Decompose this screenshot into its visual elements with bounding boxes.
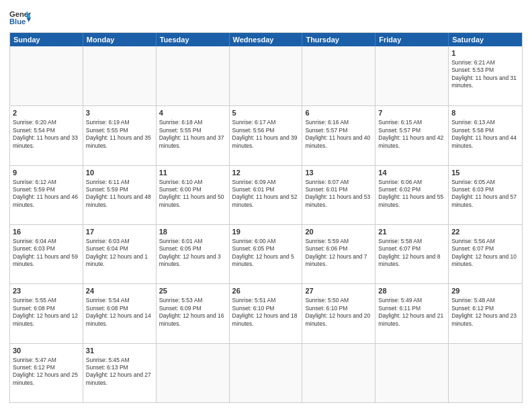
calendar-cell: 20Sunrise: 5:59 AM Sunset: 6:06 PM Dayli… [302,225,375,283]
calendar-cell: 28Sunrise: 5:49 AM Sunset: 6:11 PM Dayli… [375,284,449,342]
day-info: Sunrise: 5:56 AM Sunset: 6:07 PM Dayligh… [451,238,517,267]
calendar-cell: 3Sunrise: 6:19 AM Sunset: 5:55 PM Daylig… [83,106,157,165]
day-info: Sunrise: 5:55 AM Sunset: 6:08 PM Dayligh… [13,297,78,326]
calendar-cell [375,344,449,402]
calendar: SundayMondayTuesdayWednesdayThursdayFrid… [9,32,523,403]
calendar-cell [302,46,375,105]
calendar-cell: 25Sunrise: 5:53 AM Sunset: 6:09 PM Dayli… [157,284,230,342]
calendar-cell: 9Sunrise: 6:12 AM Sunset: 5:59 PM Daylig… [10,166,83,224]
page: General Blue SundayMondayTuesdayWednesda… [0,0,532,411]
day-number: 9 [13,168,80,178]
day-number: 22 [451,227,519,237]
day-number: 7 [378,108,445,118]
day-info: Sunrise: 6:15 AM Sunset: 5:57 PM Dayligh… [378,119,443,148]
day-number: 14 [378,168,445,178]
day-info: Sunrise: 6:05 AM Sunset: 6:03 PM Dayligh… [451,179,517,208]
day-number: 29 [451,286,519,296]
day-info: Sunrise: 6:18 AM Sunset: 5:55 PM Dayligh… [159,119,224,148]
calendar-cell: 31Sunrise: 5:45 AM Sunset: 6:13 PM Dayli… [83,344,157,402]
day-info: Sunrise: 5:59 AM Sunset: 6:06 PM Dayligh… [305,238,367,267]
day-number: 20 [305,227,372,237]
header-day-friday: Friday [375,33,449,46]
calendar-cell: 24Sunrise: 5:54 AM Sunset: 6:08 PM Dayli… [83,284,157,342]
calendar-cell: 12Sunrise: 6:09 AM Sunset: 6:01 PM Dayli… [230,166,303,224]
day-number: 21 [378,227,445,237]
calendar-cell: 27Sunrise: 5:50 AM Sunset: 6:10 PM Dayli… [302,284,375,342]
calendar-cell: 14Sunrise: 6:06 AM Sunset: 6:02 PM Dayli… [375,166,449,224]
logo: General Blue [9,8,31,27]
svg-marker-3 [27,17,31,21]
header-day-monday: Monday [83,33,157,46]
day-number: 25 [159,286,226,296]
calendar-row-5: 30Sunrise: 5:47 AM Sunset: 6:12 PM Dayli… [10,343,522,402]
day-number: 2 [13,108,80,118]
calendar-cell: 10Sunrise: 6:11 AM Sunset: 5:59 PM Dayli… [83,166,157,224]
calendar-cell: 18Sunrise: 6:01 AM Sunset: 6:05 PM Dayli… [157,225,230,283]
header: General Blue [9,8,523,27]
day-number: 23 [13,286,80,296]
calendar-cell: 21Sunrise: 5:58 AM Sunset: 6:07 PM Dayli… [375,225,449,283]
day-number: 6 [305,108,372,118]
calendar-cell [375,46,449,105]
day-number: 26 [232,286,300,296]
day-info: Sunrise: 5:49 AM Sunset: 6:11 PM Dayligh… [378,297,443,326]
calendar-cell: 29Sunrise: 5:48 AM Sunset: 6:12 PM Dayli… [449,284,522,342]
day-info: Sunrise: 6:19 AM Sunset: 5:55 PM Dayligh… [86,119,151,148]
calendar-cell [230,46,303,105]
calendar-cell: 6Sunrise: 6:16 AM Sunset: 5:57 PM Daylig… [302,106,375,165]
calendar-cell: 8Sunrise: 6:13 AM Sunset: 5:58 PM Daylig… [449,106,522,165]
day-number: 15 [451,168,519,178]
calendar-cell: 30Sunrise: 5:47 AM Sunset: 6:12 PM Dayli… [10,344,83,402]
day-info: Sunrise: 5:47 AM Sunset: 6:12 PM Dayligh… [13,357,78,386]
day-info: Sunrise: 6:10 AM Sunset: 6:00 PM Dayligh… [159,179,224,208]
day-info: Sunrise: 5:51 AM Sunset: 6:10 PM Dayligh… [232,297,298,326]
day-number: 16 [13,227,80,237]
calendar-row-2: 9Sunrise: 6:12 AM Sunset: 5:59 PM Daylig… [10,165,522,224]
calendar-cell [10,46,83,105]
calendar-row-3: 16Sunrise: 6:04 AM Sunset: 6:03 PM Dayli… [10,224,522,283]
day-info: Sunrise: 6:13 AM Sunset: 5:58 PM Dayligh… [451,119,517,148]
calendar-cell [302,344,375,402]
calendar-cell [230,344,303,402]
day-number: 30 [13,346,80,356]
calendar-header: SundayMondayTuesdayWednesdayThursdayFrid… [10,33,522,46]
header-day-sunday: Sunday [10,33,83,46]
day-info: Sunrise: 5:45 AM Sunset: 6:13 PM Dayligh… [86,357,151,386]
calendar-cell: 5Sunrise: 6:17 AM Sunset: 5:56 PM Daylig… [230,106,303,165]
calendar-cell: 19Sunrise: 6:00 AM Sunset: 6:05 PM Dayli… [230,225,303,283]
header-day-thursday: Thursday [302,33,375,46]
day-number: 11 [159,168,226,178]
header-day-wednesday: Wednesday [230,33,303,46]
day-number: 10 [86,168,153,178]
day-number: 13 [305,168,372,178]
day-info: Sunrise: 6:17 AM Sunset: 5:56 PM Dayligh… [232,119,298,148]
calendar-cell [157,46,230,105]
day-info: Sunrise: 6:09 AM Sunset: 6:01 PM Dayligh… [232,179,298,208]
calendar-cell [83,46,157,105]
day-info: Sunrise: 6:21 AM Sunset: 5:53 PM Dayligh… [451,59,517,89]
day-info: Sunrise: 6:06 AM Sunset: 6:02 PM Dayligh… [378,179,443,208]
calendar-cell [449,344,522,402]
day-number: 12 [232,168,300,178]
calendar-cell: 15Sunrise: 6:05 AM Sunset: 6:03 PM Dayli… [449,166,522,224]
header-day-tuesday: Tuesday [157,33,230,46]
day-number: 4 [159,108,226,118]
day-number: 5 [232,108,300,118]
day-info: Sunrise: 6:00 AM Sunset: 6:05 PM Dayligh… [232,238,294,267]
calendar-cell: 1Sunrise: 6:21 AM Sunset: 5:53 PM Daylig… [449,46,522,105]
day-number: 1 [451,48,519,58]
day-number: 17 [86,227,153,237]
calendar-cell: 22Sunrise: 5:56 AM Sunset: 6:07 PM Dayli… [449,225,522,283]
calendar-cell: 26Sunrise: 5:51 AM Sunset: 6:10 PM Dayli… [230,284,303,342]
day-info: Sunrise: 5:58 AM Sunset: 6:07 PM Dayligh… [378,238,440,267]
day-info: Sunrise: 5:53 AM Sunset: 6:09 PM Dayligh… [159,297,224,326]
day-number: 3 [86,108,153,118]
day-number: 8 [451,108,519,118]
day-number: 28 [378,286,445,296]
day-info: Sunrise: 6:01 AM Sunset: 6:05 PM Dayligh… [159,238,221,267]
calendar-cell: 17Sunrise: 6:03 AM Sunset: 6:04 PM Dayli… [83,225,157,283]
calendar-cell [157,344,230,402]
calendar-cell: 13Sunrise: 6:07 AM Sunset: 6:01 PM Dayli… [302,166,375,224]
logo-icon: General Blue [9,8,31,27]
calendar-row-1: 2Sunrise: 6:20 AM Sunset: 5:54 PM Daylig… [10,105,522,165]
